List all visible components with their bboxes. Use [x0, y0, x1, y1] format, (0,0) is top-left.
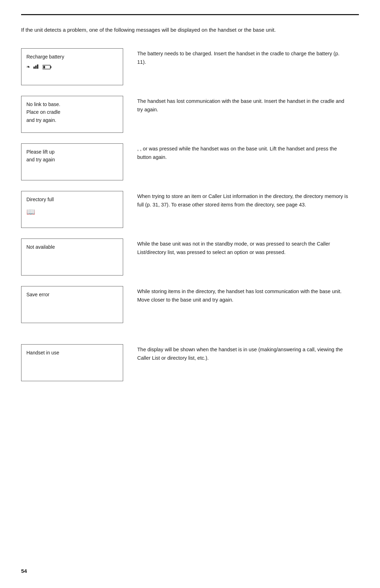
message-row-directory-full: Directory full 📖 When trying to store an…	[21, 191, 359, 228]
message-row-lift-up: Please lift up and try again , , or was …	[21, 143, 359, 180]
top-rule	[21, 14, 359, 15]
message-row-not-available: Not available While the base unit was no…	[21, 239, 359, 276]
display-text-lift-up: Please lift up and try again	[26, 148, 118, 164]
svg-rect-0	[33, 67, 35, 69]
display-box-save-error: Save error	[21, 286, 123, 323]
message-row-recharge: Recharge battery ❧	[21, 48, 359, 85]
description-not-available: While the base unit was not in the stand…	[137, 239, 348, 257]
description-no-link: The handset has lost communication with …	[137, 96, 348, 114]
battery-icon-row: ❧	[26, 63, 118, 71]
intro-text: If the unit detects a problem, one of th…	[21, 26, 338, 34]
display-text-no-link: No link to base. Place on cradle and try…	[26, 100, 118, 124]
message-row-save-error: Save error While storing items in the di…	[21, 286, 359, 323]
page-number: 54	[21, 568, 27, 574]
description-handset-in-use: The display will be shown when the hands…	[137, 344, 348, 363]
svg-rect-4	[50, 66, 51, 68]
book-icon-row: 📖	[26, 206, 118, 217]
message-row-no-link: No link to base. Place on cradle and try…	[21, 96, 359, 133]
svg-rect-2	[37, 64, 38, 69]
battery-display-icon	[43, 65, 52, 69]
display-box-lift-up: Please lift up and try again	[21, 143, 123, 180]
description-recharge: The battery needs to be charged. Insert …	[137, 48, 348, 67]
display-box-directory-full: Directory full 📖	[21, 191, 123, 228]
display-text-directory-full: Directory full	[26, 196, 118, 203]
display-text-not-available: Not available	[26, 243, 118, 251]
display-box-no-link: No link to base. Place on cradle and try…	[21, 96, 123, 133]
description-save-error: While storing items in the directory, th…	[137, 286, 348, 304]
svg-rect-5	[43, 66, 45, 68]
svg-rect-1	[35, 66, 37, 69]
antenna-icon: ❧	[26, 63, 31, 71]
description-lift-up: , , or was pressed while the handset was…	[137, 143, 348, 162]
spacer	[21, 334, 359, 344]
signal-icon	[33, 64, 40, 71]
book-icon: 📖	[26, 206, 35, 217]
display-text-save-error: Save error	[26, 291, 118, 298]
display-box-recharge: Recharge battery ❧	[21, 48, 123, 85]
display-text-recharge: Recharge battery	[26, 53, 118, 61]
display-box-handset-in-use: Handset in use	[21, 344, 123, 381]
message-row-handset-in-use: Handset in use The display will be shown…	[21, 344, 359, 381]
description-directory-full: When trying to store an item or Caller L…	[137, 191, 348, 209]
display-text-handset-in-use: Handset in use	[26, 349, 118, 357]
page: If the unit detects a problem, one of th…	[0, 0, 380, 588]
display-box-not-available: Not available	[21, 239, 123, 276]
